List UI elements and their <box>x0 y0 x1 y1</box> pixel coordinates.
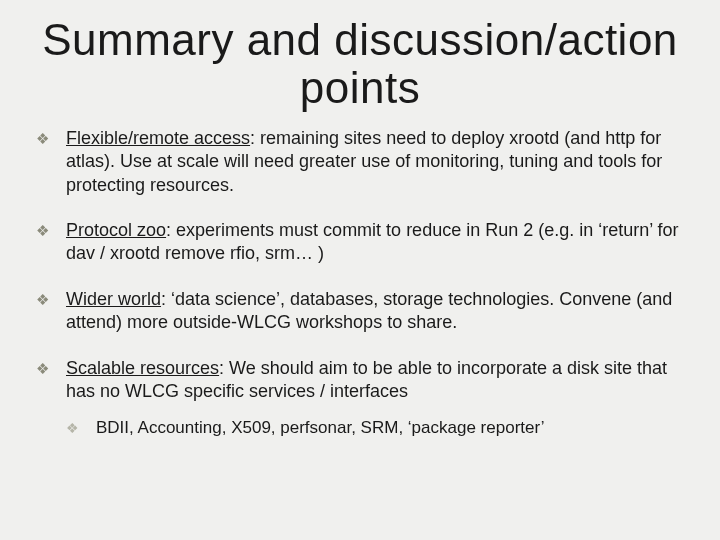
bullet-lead: Scalable resources <box>66 358 219 378</box>
bullet-lead: Flexible/remote access <box>66 128 250 148</box>
bullet-lead: Wider world <box>66 289 161 309</box>
list-item: Flexible/remote access: remaining sites … <box>36 127 684 197</box>
sub-bullet-list: BDII, Accounting, X509, perfsonar, SRM, … <box>66 417 684 439</box>
bullet-lead: Protocol zoo <box>66 220 166 240</box>
list-item: Protocol zoo: experiments must commit to… <box>36 219 684 266</box>
sub-bullet-text: BDII, Accounting, X509, perfsonar, SRM, … <box>96 418 545 437</box>
bullet-list: Flexible/remote access: remaining sites … <box>36 127 684 440</box>
list-item: Scalable resources: We should aim to be … <box>36 357 684 440</box>
slide: Summary and discussion/action points Fle… <box>0 0 720 540</box>
slide-title: Summary and discussion/action points <box>36 16 684 113</box>
list-item: BDII, Accounting, X509, perfsonar, SRM, … <box>66 417 684 439</box>
list-item: Wider world: ‘data science’, databases, … <box>36 288 684 335</box>
